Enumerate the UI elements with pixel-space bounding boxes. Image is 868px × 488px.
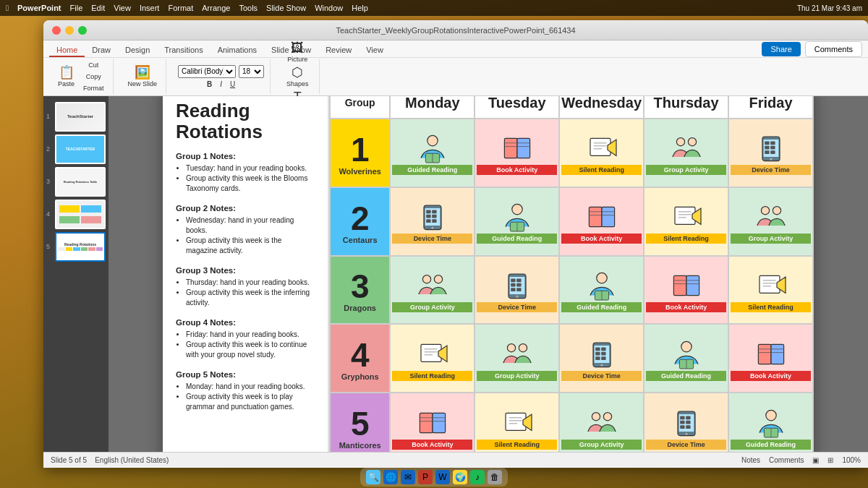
activity-cell-centaurs-monday[interactable]: Device Time xyxy=(390,187,475,256)
group-5-notes: Group 5 Notes: Monday: hand in your read… xyxy=(176,370,315,412)
tab-draw[interactable]: Draw xyxy=(85,44,118,57)
statusbar: Slide 5 of 5 English (United States) Not… xyxy=(43,452,868,468)
dock-trash[interactable]: 🗑 xyxy=(488,470,502,484)
svg-rect-115 xyxy=(680,425,684,429)
activity-cell-dragons-thursday[interactable]: Book Activity xyxy=(644,256,728,325)
activity-cell-gryphons-monday[interactable]: Silent Reading xyxy=(390,324,475,393)
italic-button[interactable]: I xyxy=(217,80,225,89)
activity-cell-dragons-wednesday[interactable]: Guided Reading xyxy=(559,256,644,325)
menu-window[interactable]: Window xyxy=(315,4,343,12)
activity-cell-wolverines-thursday[interactable]: Group Activity xyxy=(644,119,728,187)
tab-animations[interactable]: Animations xyxy=(210,44,264,57)
font-select[interactable]: Calibri (Body) xyxy=(178,65,236,78)
activity-cell-manticores-thursday[interactable]: Device Time xyxy=(644,393,728,452)
slide-thumb-2[interactable]: TEACHSTARTER xyxy=(55,134,106,164)
activity-cell-centaurs-wednesday[interactable]: Book Activity xyxy=(559,187,644,256)
statusbar-right: Notes Comments ▣ ⊞ 100% xyxy=(741,456,861,464)
menu-arrange[interactable]: Arrange xyxy=(202,4,230,12)
group-row-1: 1 Wolverines Guided Reading Book Activit… xyxy=(330,119,813,187)
close-button[interactable] xyxy=(52,26,61,35)
activity-cell-centaurs-friday[interactable]: Group Activity xyxy=(728,187,813,256)
menu-insert[interactable]: Insert xyxy=(140,4,160,12)
dock-chrome[interactable]: 🌍 xyxy=(453,470,467,484)
slide-thumb-1[interactable]: TeachStarter xyxy=(55,102,106,132)
picture-button[interactable]: 🖼 Picture xyxy=(284,40,310,64)
cut-button[interactable]: Cut xyxy=(80,60,107,70)
activity-cell-manticores-monday[interactable]: Book Activity xyxy=(390,393,475,452)
format-button[interactable]: Format xyxy=(80,83,107,93)
dock-spotify[interactable]: ♪ xyxy=(470,470,485,484)
minimize-button[interactable] xyxy=(65,26,74,35)
header-friday: Friday xyxy=(728,96,813,119)
activity-cell-gryphons-thursday[interactable]: Guided Reading xyxy=(644,324,728,393)
svg-rect-82 xyxy=(601,347,605,351)
activity-cell-manticores-friday[interactable]: Guided Reading xyxy=(728,393,813,452)
dock-safari[interactable]: 🌐 xyxy=(383,470,398,484)
bold-button[interactable]: B xyxy=(204,80,215,89)
dock-ppt[interactable]: P xyxy=(418,470,433,484)
dock-word[interactable]: W xyxy=(435,470,450,484)
menu-help[interactable]: Help xyxy=(352,4,368,12)
svg-rect-31 xyxy=(426,219,430,223)
slide-thumb-4[interactable] xyxy=(55,200,106,229)
header-wednesday: Wednesday xyxy=(559,96,644,119)
activity-cell-wolverines-tuesday[interactable]: Book Activity xyxy=(475,119,559,187)
dock-finder[interactable]: 🔍 xyxy=(366,470,380,484)
activity-cell-manticores-wednesday[interactable]: Group Activity xyxy=(559,393,644,452)
slide: Reading Rotations Group 1 Notes: Tuesday… xyxy=(163,96,814,452)
copy-button[interactable]: Copy xyxy=(80,72,107,82)
app-name[interactable]: PowerPoint xyxy=(17,4,61,12)
slide-thumb-3[interactable]: Reading Rotations Table xyxy=(55,167,106,197)
apple-menu[interactable]:  xyxy=(6,4,9,12)
menu-slideshow[interactable]: Slide Show xyxy=(266,4,306,12)
activity-cell-centaurs-tuesday[interactable]: Guided Reading xyxy=(475,187,559,256)
group-4-note-2: Group activity this week is to continue … xyxy=(186,340,315,360)
menu-tools[interactable]: Tools xyxy=(239,4,258,12)
activity-cell-dragons-monday[interactable]: Group Activity xyxy=(390,256,475,325)
comments-label[interactable]: Comments xyxy=(769,456,804,464)
tab-design[interactable]: Design xyxy=(118,44,157,57)
svg-rect-53 xyxy=(511,278,515,282)
svg-point-59 xyxy=(596,273,606,283)
slide-thumb-5[interactable]: Reading Rotations xyxy=(55,232,106,262)
menubar-left:  PowerPoint File Edit View Insert Forma… xyxy=(6,4,368,12)
activity-cell-gryphons-wednesday[interactable]: Device Time xyxy=(559,324,644,393)
activity-cell-dragons-tuesday[interactable]: Device Time xyxy=(475,256,559,325)
tab-transitions[interactable]: Transitions xyxy=(157,44,210,57)
activity-cell-wolverines-friday[interactable]: Device Time xyxy=(728,119,813,187)
view-slide-sorter[interactable]: ⊞ xyxy=(827,456,833,464)
svg-rect-27 xyxy=(426,210,430,214)
activity-cell-manticores-tuesday[interactable]: Silent Reading xyxy=(475,393,559,452)
share-button[interactable]: Share xyxy=(762,42,800,56)
paste-button[interactable]: 📋 Paste xyxy=(55,64,77,89)
activity-cell-centaurs-thursday[interactable]: Silent Reading xyxy=(644,187,728,256)
menu-file[interactable]: File xyxy=(70,4,83,12)
svg-rect-116 xyxy=(686,425,690,429)
comments-button[interactable]: Comments xyxy=(805,41,862,57)
new-slide-button[interactable]: 🖼️ New Slide xyxy=(125,64,161,89)
group-4-notes: Group 4 Notes: Friday: hand in your read… xyxy=(176,318,315,360)
shapes-button[interactable]: ⬡ Shapes xyxy=(284,64,312,89)
maximize-button[interactable] xyxy=(78,26,87,35)
view-normal[interactable]: ▣ xyxy=(812,456,819,464)
tab-view[interactable]: View xyxy=(359,44,391,57)
underline-button[interactable]: U xyxy=(227,80,238,89)
ribbon-group-font: Calibri (Body) 18 B I U xyxy=(172,59,271,94)
activity-cell-wolverines-monday[interactable]: Guided Reading xyxy=(390,119,475,187)
activity-cell-wolverines-wednesday[interactable]: Silent Reading xyxy=(559,119,644,187)
svg-rect-30 xyxy=(432,215,436,218)
menu-edit[interactable]: Edit xyxy=(91,4,105,12)
notes-label[interactable]: Notes xyxy=(741,456,760,464)
activity-cell-dragons-friday[interactable]: Silent Reading xyxy=(728,256,813,325)
group-1-note-1: Tuesday: hand in your reading books. xyxy=(186,163,315,174)
slide-thumb-wrapper-2: 2 TEACHSTARTER xyxy=(46,134,106,164)
activity-cell-gryphons-friday[interactable]: Book Activity xyxy=(728,324,813,393)
group-cell-5: 5 Manticores xyxy=(330,393,390,452)
menu-view[interactable]: View xyxy=(114,4,131,12)
tab-home[interactable]: Home xyxy=(49,44,85,57)
dock-mail[interactable]: ✉ xyxy=(401,470,415,484)
activity-cell-gryphons-tuesday[interactable]: Group Activity xyxy=(475,324,559,393)
font-size-select[interactable]: 18 xyxy=(239,65,264,78)
tab-review[interactable]: Review xyxy=(318,44,359,57)
menu-format[interactable]: Format xyxy=(168,4,193,12)
